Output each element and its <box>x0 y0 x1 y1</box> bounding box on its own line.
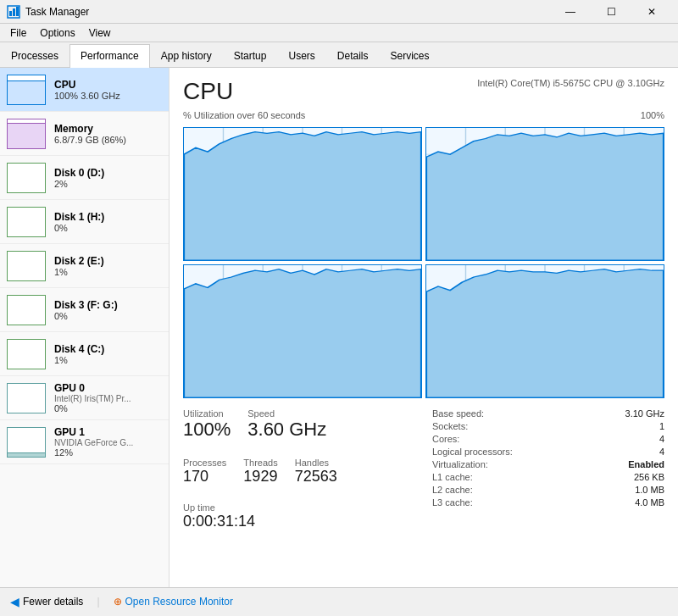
sidebar-item-gpu1[interactable]: GPU 1 NVIDIA GeForce G... 12% <box>0 420 169 464</box>
l1-val: 256 KB <box>634 472 664 482</box>
processes-value: 170 <box>183 468 226 486</box>
graph-label: % Utilization over 60 seconds <box>183 110 305 120</box>
stats-right: Base speed: 3.10 GHz Sockets: 1 Cores: 4… <box>415 408 664 539</box>
sidebar-item-gpu0[interactable]: GPU 0 Intel(R) Iris(TM) Pr... 0% <box>0 376 169 420</box>
l1-key: L1 cache: <box>432 472 473 482</box>
uptime-value: 0:00:31:14 <box>183 513 415 530</box>
virtualization-val: Enabled <box>628 459 664 469</box>
graph-3 <box>425 264 664 398</box>
basespeed-key: Base speed: <box>432 408 484 419</box>
detail-l2: L2 cache: 1.0 MB <box>432 485 664 495</box>
sidebar-gpu1-sub: NVIDIA GeForce G... <box>54 438 162 447</box>
menu-options[interactable]: Options <box>33 25 81 41</box>
svg-marker-23 <box>426 133 664 260</box>
sidebar-disk1-label: Disk 1 (H:) <box>54 211 162 223</box>
disk0-thumb <box>7 163 46 193</box>
tab-processes[interactable]: Processes <box>0 44 69 67</box>
sidebar-cpu-label: CPU <box>54 79 162 91</box>
utilization-value: 100% <box>183 419 231 441</box>
sidebar-gpu0-info: GPU 0 Intel(R) Iris(TM) Pr... 0% <box>54 382 162 413</box>
open-resource-monitor-item[interactable]: ⊕ Open Resource Monitor <box>114 596 233 608</box>
sidebar-item-disk4[interactable]: Disk 4 (C:) 1% <box>0 332 169 376</box>
sidebar-disk2-label: Disk 2 (E:) <box>54 255 162 267</box>
basespeed-val: 3.10 GHz <box>625 408 664 419</box>
menu-file[interactable]: File <box>3 25 33 41</box>
window-controls: — ☐ ✕ <box>551 0 671 24</box>
sidebar-gpu0-sub: Intel(R) Iris(TM) Pr... <box>54 394 162 403</box>
svg-rect-2 <box>13 8 15 16</box>
sidebar-disk3-label: Disk 3 (F: G:) <box>54 299 162 311</box>
sidebar-disk0-label: Disk 0 (D:) <box>54 167 162 179</box>
handles-label: Handles <box>295 458 337 468</box>
utilization-label: Utilization <box>183 408 231 419</box>
sidebar-gpu1-info: GPU 1 NVIDIA GeForce G... 12% <box>54 426 162 458</box>
detail-sockets: Sockets: 1 <box>432 421 664 431</box>
minimize-button[interactable]: — <box>551 0 590 24</box>
speed-value: 3.60 GHz <box>247 419 326 441</box>
stat-handles: Handles 72563 <box>295 458 337 486</box>
sidebar-memory-value: 6.8/7.9 GB (86%) <box>54 135 162 145</box>
sidebar-disk2-value: 1% <box>54 267 162 277</box>
sidebar-item-disk1[interactable]: Disk 1 (H:) 0% <box>0 200 169 244</box>
tab-performance[interactable]: Performance <box>69 44 150 68</box>
sidebar-cpu-value: 100% 3.60 GHz <box>54 91 162 101</box>
sidebar-disk0-info: Disk 0 (D:) 2% <box>54 167 162 189</box>
l3-val: 4.0 MB <box>635 497 664 508</box>
open-resource-monitor-label: Open Resource Monitor <box>125 596 233 608</box>
svg-rect-3 <box>16 7 19 16</box>
gpu0-thumb <box>7 383 46 413</box>
detail-cores: Cores: 4 <box>432 434 664 444</box>
sidebar-disk4-value: 1% <box>54 355 162 365</box>
l3-key: L3 cache: <box>432 497 473 508</box>
l2-key: L2 cache: <box>432 485 473 495</box>
tab-users[interactable]: Users <box>277 44 325 67</box>
sidebar-disk3-info: Disk 3 (F: G:) 0% <box>54 299 162 321</box>
content-header: CPU Intel(R) Core(TM) i5-5675C CPU @ 3.1… <box>183 78 664 105</box>
cpu-model: Intel(R) Core(TM) i5-5675C CPU @ 3.10GHz <box>477 78 664 88</box>
fewer-details-label: Fewer details <box>23 596 83 608</box>
tab-details[interactable]: Details <box>326 44 380 67</box>
graphs-grid <box>183 127 664 398</box>
sidebar-item-cpu[interactable]: CPU 100% 3.60 GHz <box>0 68 169 112</box>
cores-val: 4 <box>659 434 664 444</box>
menu-bar: File Options View <box>0 24 678 42</box>
l2-val: 1.0 MB <box>635 485 664 495</box>
sidebar-disk3-value: 0% <box>54 311 162 321</box>
sidebar-item-disk0[interactable]: Disk 0 (D:) 2% <box>0 156 169 200</box>
page-title: CPU <box>183 78 233 105</box>
handles-value: 72563 <box>295 468 337 486</box>
tab-startup[interactable]: Startup <box>223 44 278 67</box>
svg-marker-13 <box>184 132 421 260</box>
sockets-key: Sockets: <box>432 421 468 431</box>
tab-app-history[interactable]: App history <box>150 44 223 67</box>
sidebar-gpu0-value: 0% <box>54 403 162 413</box>
sidebar-item-disk3[interactable]: Disk 3 (F: G:) 0% <box>0 288 169 332</box>
memory-thumb <box>7 119 46 149</box>
tab-services[interactable]: Services <box>380 44 441 67</box>
detail-virtualization: Virtualization: Enabled <box>432 459 664 469</box>
svg-marker-33 <box>184 269 421 397</box>
stat-row-2: Processes 170 Threads 1929 Handles 72563 <box>183 458 415 494</box>
window-title: Task Manager <box>25 6 551 18</box>
sidebar-cpu-info: CPU 100% 3.60 GHz <box>54 79 162 101</box>
speed-label: Speed <box>247 408 326 419</box>
graph-1 <box>425 127 664 261</box>
fewer-details-icon: ◀ <box>10 595 19 608</box>
sidebar-item-memory[interactable]: Memory 6.8/7.9 GB (86%) <box>0 112 169 156</box>
stat-utilization: Utilization 100% <box>183 408 231 441</box>
fewer-details-item[interactable]: ◀ Fewer details <box>10 595 83 608</box>
disk3-thumb <box>7 295 46 325</box>
threads-label: Threads <box>243 458 277 468</box>
stat-uptime: Up time 0:00:31:14 <box>183 502 415 530</box>
stat-speed: Speed 3.60 GHz <box>247 408 326 441</box>
sidebar-gpu1-label: GPU 1 <box>54 426 162 438</box>
stats-left: Utilization 100% Speed 3.60 GHz Processe… <box>183 408 415 539</box>
graph-max: 100% <box>641 110 664 120</box>
resource-monitor-icon: ⊕ <box>114 596 122 608</box>
sidebar-item-disk2[interactable]: Disk 2 (E:) 1% <box>0 244 169 288</box>
menu-view[interactable]: View <box>82 25 118 41</box>
title-bar: Task Manager — ☐ ✕ <box>0 0 678 24</box>
close-button[interactable]: ✕ <box>632 0 671 24</box>
stat-threads: Threads 1929 <box>243 458 277 486</box>
maximize-button[interactable]: ☐ <box>592 0 631 24</box>
